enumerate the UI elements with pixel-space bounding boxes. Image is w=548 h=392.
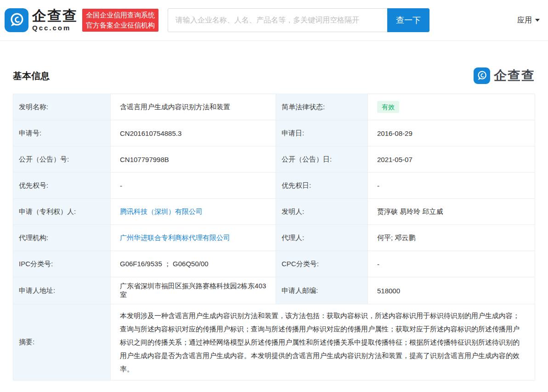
qcc-watermark-text: 企查查 [494,67,535,84]
search-input[interactable] [168,8,387,32]
main-content: 基本信息 企查查 发明名称: 含谣言用户生成内容识别方法和装置 简单法律状态: … [0,67,548,381]
abstract-text: 本发明涉及一种含谣言用户生成内容识别方法和装置，该方法包括：获取内容标识，所述内… [120,309,525,375]
agency-cell: 广州华进联合专利商标代理有限公司 [111,225,276,251]
table-row: 代理机构: 广州华进联合专利商标代理有限公司 代理人: 何平; 邓云鹏 [13,225,535,251]
application-number-value: CN201610754885.3 [111,120,276,146]
magnifier-icon [476,70,488,82]
applicant-address-value: 广东省深圳市福田区振兴路赛格科技园2栋东403室 [111,277,276,304]
field-label: 优先权日: [276,173,368,199]
apps-menu-label: 应用 [517,16,532,25]
table-row: 申请人地址: 广东省深圳市福田区振兴路赛格科技园2栋东403室 申请人邮编: 5… [13,277,535,304]
cpc-class-value: - [368,251,535,277]
table-row: 发明名称: 含谣言用户生成内容识别方法和装置 简单法律状态: 有效 [13,94,535,120]
search-bar: 查一下 [168,8,429,32]
credential-badge: 全国企业信用查询系统 官方备案企业征信机构 [82,9,158,32]
credential-badge-line1: 全国企业信用查询系统 [86,10,155,20]
apps-menu[interactable]: 应用 [516,12,541,29]
publication-number-value: CN107797998B [111,146,276,173]
field-label: 公开（公告）日: [276,146,368,173]
field-label: 简单法律状态: [276,94,368,120]
application-date-value: 2016-08-29 [368,120,535,146]
top-header: 企查查 Qcc.com 全国企业信用查询系统 官方备案企业征信机构 查一下 应用 [0,0,548,41]
section-header: 基本信息 企查查 [13,67,535,84]
agency-link[interactable]: 广州华进联合专利商标代理有限公司 [120,234,230,241]
credential-badge-line2: 官方备案企业征信机构 [86,20,155,30]
legal-status-cell: 有效 [368,94,535,120]
search-button[interactable]: 查一下 [387,8,429,32]
abstract-cell: 本发明涉及一种含谣言用户生成内容识别方法和装置，该方法包括：获取内容标识，所述内… [111,304,535,381]
postal-code-value: 518000 [368,277,535,304]
table-row-abstract: 摘要: 本发明涉及一种含谣言用户生成内容识别方法和装置，该方法包括：获取内容标识… [13,304,535,381]
field-label: 申请日: [276,120,368,146]
brand-text: 企查查 Qcc.com [32,9,78,32]
field-label: 代理人: [276,225,368,251]
inventors-value: 贾淳硖 易玲玲 邱立威 [368,199,535,225]
table-row: 优先权号: - 优先权日: - [13,173,535,199]
publication-date-value: 2021-05-07 [368,146,535,173]
chevron-down-icon [535,19,540,22]
priority-number-value: - [111,173,276,199]
table-row: 申请号: CN201610754885.3 申请日: 2016-08-29 [13,120,535,146]
field-label: 申请号: [13,120,111,146]
invention-name-value: 含谣言用户生成内容识别方法和装置 [111,94,276,120]
field-label: 公开（公告）号: [13,146,111,173]
field-label: 摘要: [13,304,111,381]
table-row: IPC分类号: G06F16/9535 ； G06Q50/00 CPC分类号: … [13,251,535,277]
qcc-watermark: 企查查 [474,67,535,84]
field-label: CPC分类号: [276,251,368,277]
field-label: 发明名称: [13,94,111,120]
applicant-link[interactable]: 腾讯科技（深圳）有限公司 [120,207,203,215]
ipc-class-value: G06F16/9535 ； G06Q50/00 [111,251,276,277]
priority-date-value: - [368,173,535,199]
qcc-logo[interactable]: 企查查 Qcc.com [5,8,78,32]
basic-info-table: 发明名称: 含谣言用户生成内容识别方法和装置 简单法律状态: 有效 申请号: C… [13,94,535,381]
agents-value: 何平; 邓云鹏 [368,225,535,251]
magnifier-icon [8,11,25,29]
field-label: 申请人地址: [13,277,111,304]
brand-name-en: Qcc.com [32,24,78,32]
field-label: 申请（专利权）人: [13,199,111,225]
field-label: 代理机构: [13,225,111,251]
field-label: 申请人邮编: [276,277,368,304]
field-label: 发明人: [276,199,368,225]
qcc-watermark-icon [474,67,490,84]
field-label: 优先权号: [13,173,111,199]
table-row: 公开（公告）号: CN107797998B 公开（公告）日: 2021-05-0… [13,146,535,173]
brand-name-cn: 企查查 [32,9,78,24]
table-row: 申请（专利权）人: 腾讯科技（深圳）有限公司 发明人: 贾淳硖 易玲玲 邱立威 [13,199,535,225]
field-label: IPC分类号: [13,251,111,277]
page-title: 基本信息 [13,70,50,82]
applicant-cell: 腾讯科技（深圳）有限公司 [111,199,276,225]
status-badge: 有效 [377,101,399,113]
qcc-logo-icon [5,8,28,32]
